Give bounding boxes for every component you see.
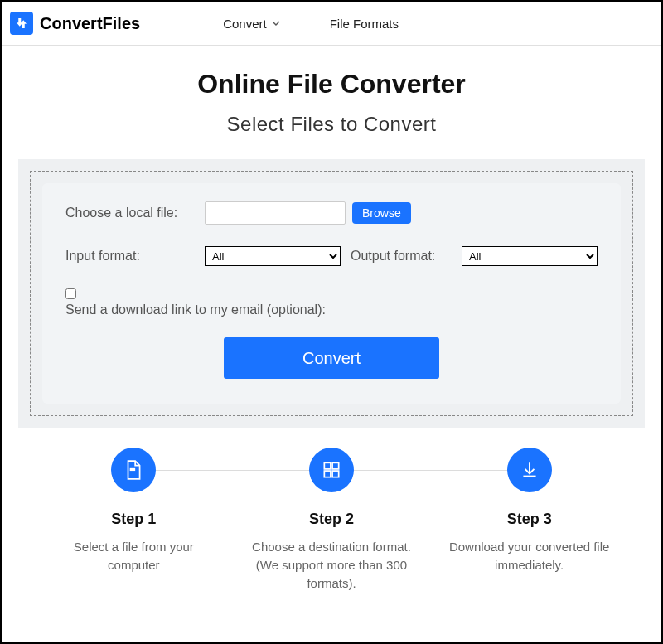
- step-1-title: Step 1: [42, 511, 225, 528]
- nav-convert-label: Convert: [223, 17, 267, 31]
- convert-button[interactable]: Convert: [224, 337, 439, 379]
- download-icon: [507, 448, 552, 492]
- step-3-desc: Download your converted file immediately…: [438, 538, 621, 574]
- nav: Convert File Formats: [223, 17, 399, 31]
- file-row: Choose a local file: Browse: [65, 201, 598, 225]
- step-1: Step 1 Select a file from your computer: [42, 448, 225, 592]
- step-3-title: Step 3: [438, 511, 621, 528]
- step-2: Step 2 Choose a destination format. (We …: [240, 448, 423, 592]
- page-title: Online File Converter: [18, 69, 645, 99]
- svg-rect-1: [324, 462, 331, 469]
- choose-file-label: Choose a local file:: [65, 206, 198, 220]
- converter-panel-outer: Choose a local file: Browse Input format…: [18, 159, 645, 428]
- step-1-desc: Select a file from your computer: [42, 538, 225, 574]
- email-label: Send a download link to my email (option…: [65, 303, 598, 317]
- header: ConvertFiles Convert File Formats: [2, 2, 661, 46]
- output-format-select[interactable]: All: [462, 246, 598, 266]
- nav-formats-label: File Formats: [330, 17, 399, 31]
- svg-rect-4: [332, 471, 339, 477]
- file-input[interactable]: [205, 201, 346, 225]
- logo[interactable]: ConvertFiles: [10, 12, 140, 35]
- converter-panel-dashed: Choose a local file: Browse Input format…: [30, 171, 633, 416]
- svg-rect-3: [324, 471, 331, 477]
- step-2-desc: Choose a destination format. (We support…: [240, 538, 423, 592]
- email-checkbox[interactable]: [65, 288, 76, 299]
- step-3: Step 3 Download your converted file imme…: [438, 448, 621, 592]
- format-row: Input format: All Output format: All: [65, 246, 598, 266]
- chevron-down-icon: [272, 19, 280, 27]
- page-subtitle: Select Files to Convert: [18, 113, 645, 136]
- email-row: Send a download link to my email (option…: [65, 288, 598, 317]
- converter-panel: Choose a local file: Browse Input format…: [42, 183, 621, 404]
- nav-formats[interactable]: File Formats: [330, 17, 399, 31]
- main: Online File Converter Select Files to Co…: [2, 46, 661, 592]
- grid-icon: [309, 448, 354, 492]
- svg-rect-2: [332, 462, 339, 469]
- output-format-label: Output format:: [351, 249, 435, 264]
- browse-button[interactable]: Browse: [352, 202, 411, 224]
- logo-text: ConvertFiles: [40, 14, 140, 33]
- logo-icon: [10, 12, 33, 35]
- nav-convert[interactable]: Convert: [223, 17, 280, 31]
- step-2-title: Step 2: [240, 511, 423, 528]
- svg-rect-0: [130, 468, 136, 471]
- input-format-select[interactable]: All: [205, 246, 341, 266]
- input-format-label: Input format:: [65, 249, 198, 264]
- steps: Step 1 Select a file from your computer …: [18, 448, 645, 592]
- file-icon: [111, 448, 156, 492]
